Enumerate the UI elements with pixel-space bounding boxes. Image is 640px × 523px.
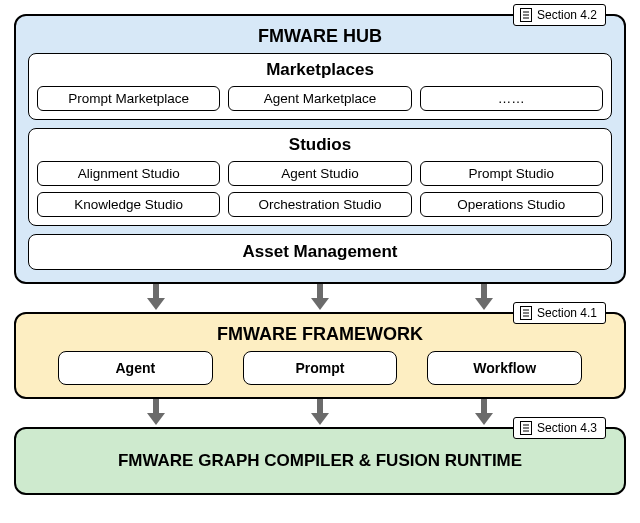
chip-orchestration-studio: Orchestration Studio [228, 192, 411, 217]
studios-title: Studios [37, 135, 603, 155]
hub-title: FMWARE HUB [28, 26, 612, 47]
hub-section-tag: Section 4.2 [513, 4, 606, 26]
runtime-section-tag: Section 4.3 [513, 417, 606, 439]
studios-row-1: Alignment Studio Agent Studio Prompt Stu… [37, 161, 603, 186]
marketplaces-row: Prompt Marketplace Agent Marketplace …… [37, 86, 603, 111]
framework-section-tag: Section 4.1 [513, 302, 606, 324]
asset-management-block: Asset Management [28, 234, 612, 270]
studios-row-2: Knowledge Studio Orchestration Studio Op… [37, 192, 603, 217]
marketplaces-block: Marketplaces Prompt Marketplace Agent Ma… [28, 53, 612, 120]
framework-row: Agent Prompt Workflow [28, 351, 612, 385]
runtime-layer: Section 4.3 FMWARE GRAPH COMPILER & FUSI… [14, 427, 626, 495]
chip-prompt-marketplace: Prompt Marketplace [37, 86, 220, 111]
doc-icon [520, 8, 532, 22]
framework-section-label: Section 4.1 [537, 306, 597, 320]
chip-agent-marketplace: Agent Marketplace [228, 86, 411, 111]
framework-layer: Section 4.1 FMWARE FRAMEWORK Agent Promp… [14, 312, 626, 399]
chip-agent-studio: Agent Studio [228, 161, 411, 186]
chip-workflow: Workflow [427, 351, 582, 385]
runtime-title: FMWARE GRAPH COMPILER & FUSION RUNTIME [28, 451, 612, 471]
framework-title: FMWARE FRAMEWORK [28, 324, 612, 345]
hub-layer: Section 4.2 FMWARE HUB Marketplaces Prom… [14, 14, 626, 284]
doc-icon [520, 421, 532, 435]
chip-operations-studio: Operations Studio [420, 192, 603, 217]
chip-agent: Agent [58, 351, 213, 385]
chip-more-marketplace: …… [420, 86, 603, 111]
runtime-section-label: Section 4.3 [537, 421, 597, 435]
chip-prompt: Prompt [243, 351, 398, 385]
doc-icon [520, 306, 532, 320]
studios-block: Studios Alignment Studio Agent Studio Pr… [28, 128, 612, 226]
chip-knowledge-studio: Knowledge Studio [37, 192, 220, 217]
hub-section-label: Section 4.2 [537, 8, 597, 22]
chip-alignment-studio: Alignment Studio [37, 161, 220, 186]
chip-prompt-studio: Prompt Studio [420, 161, 603, 186]
marketplaces-title: Marketplaces [37, 60, 603, 80]
